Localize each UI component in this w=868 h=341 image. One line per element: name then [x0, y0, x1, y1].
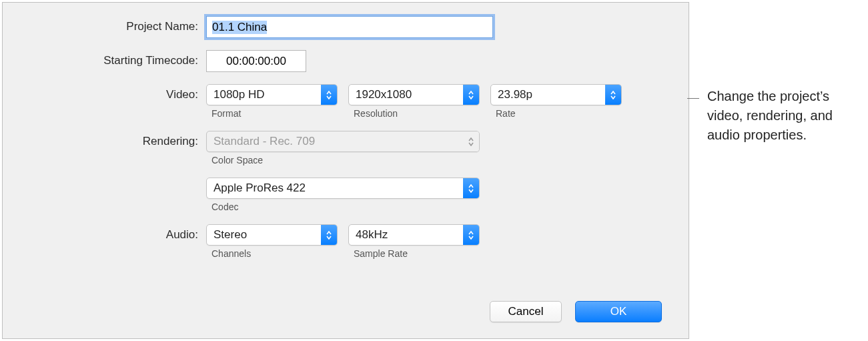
cancel-button[interactable]: Cancel [490, 301, 562, 322]
audio-channels-sublabel: Channels [211, 248, 338, 259]
video-format-select[interactable]: 1080p HD [206, 84, 338, 105]
chevron-updown-icon [321, 85, 337, 105]
starting-timecode-label: Starting Timecode: [16, 50, 206, 67]
callout-text: Change the project’s video, rendering, a… [707, 87, 854, 145]
project-name-input[interactable] [206, 16, 493, 38]
codec-select[interactable]: Apple ProRes 422 [206, 178, 480, 199]
video-rate-select[interactable]: 23.98p [490, 84, 622, 105]
video-section-label: Video: [16, 84, 206, 101]
ok-button[interactable]: OK [575, 301, 662, 322]
audio-channels-value: Stereo [207, 228, 321, 242]
video-format-sublabel: Format [211, 108, 338, 119]
rendering-section-label: Rendering: [16, 131, 206, 148]
chevron-updown-icon [321, 225, 337, 245]
starting-timecode-input[interactable] [206, 50, 306, 72]
video-resolution-value: 1920x1080 [349, 88, 463, 101]
chevron-updown-icon [605, 85, 621, 105]
video-format-value: 1080p HD [207, 88, 321, 101]
callout-connector [687, 98, 699, 99]
audio-sample-rate-select[interactable]: 48kHz [348, 224, 480, 246]
project-name-label: Project Name: [16, 16, 206, 33]
audio-sample-rate-sublabel: Sample Rate [354, 248, 480, 259]
chevron-updown-icon [463, 131, 479, 151]
video-rate-sublabel: Rate [496, 108, 622, 119]
audio-section-label: Audio: [16, 224, 206, 242]
project-properties-dialog: Project Name: Starting Timecode: Video: … [2, 2, 689, 339]
color-space-select: Standard - Rec. 709 [206, 131, 480, 152]
audio-channels-select[interactable]: Stereo [206, 224, 338, 246]
video-rate-value: 23.98p [491, 88, 605, 101]
chevron-updown-icon [463, 225, 479, 245]
color-space-value: Standard - Rec. 709 [207, 135, 463, 148]
video-resolution-sublabel: Resolution [354, 108, 480, 119]
codec-sublabel: Codec [211, 202, 480, 212]
audio-sample-rate-value: 48kHz [349, 228, 463, 242]
codec-value: Apple ProRes 422 [207, 182, 463, 195]
video-resolution-select[interactable]: 1920x1080 [348, 84, 480, 105]
chevron-updown-icon [463, 85, 479, 105]
chevron-updown-icon [463, 178, 479, 198]
color-space-sublabel: Color Space [211, 155, 480, 165]
